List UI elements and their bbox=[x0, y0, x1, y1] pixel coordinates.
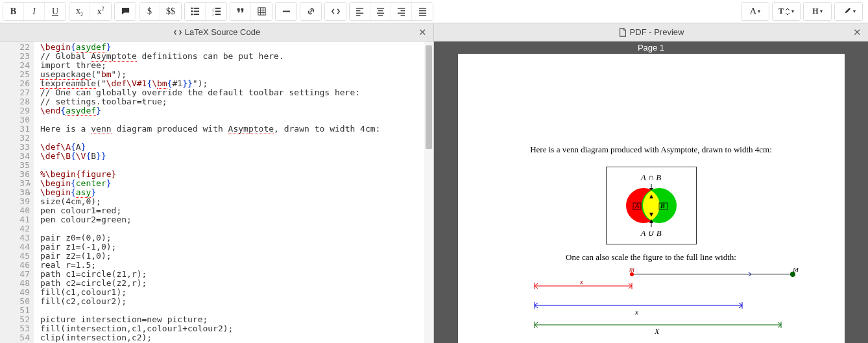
line-gutter: 22232425262728293031323334353637▾38▾3940… bbox=[0, 41, 34, 343]
table-icon bbox=[257, 6, 267, 16]
ordered-list-button[interactable]: 123 bbox=[206, 3, 226, 20]
preview-pane: PDF - Preview ✕ Page 1 Here is a venn di… bbox=[434, 23, 868, 343]
align-center-icon bbox=[376, 6, 385, 16]
bold-button[interactable]: B bbox=[3, 3, 24, 20]
link-button[interactable] bbox=[300, 3, 321, 20]
source-pane: LaTeX Source Code ✕ 22232425262728293031… bbox=[0, 23, 434, 343]
inline-math-button[interactable]: $ bbox=[139, 3, 160, 20]
preview-pane-title: PDF - Preview bbox=[630, 27, 684, 37]
pdf-viewer[interactable]: Page 1 Here is a venn diagram produced w… bbox=[434, 41, 868, 343]
quote-button[interactable] bbox=[230, 3, 251, 20]
code-icon bbox=[173, 28, 182, 37]
svg-rect-11 bbox=[215, 14, 220, 15]
svg-text:x: x bbox=[579, 278, 583, 285]
align-right-button[interactable] bbox=[391, 3, 412, 20]
svg-rect-1 bbox=[194, 8, 199, 9]
svg-rect-3 bbox=[194, 11, 199, 12]
svg-point-2 bbox=[191, 10, 193, 12]
venn-bottom-label: A ∪ B bbox=[607, 228, 696, 239]
text-size-button[interactable]: T▾ bbox=[773, 3, 800, 20]
svg-text:M: M bbox=[792, 268, 799, 273]
pdf-icon bbox=[618, 28, 627, 37]
link-icon bbox=[306, 6, 316, 16]
font-family-button[interactable]: A▾ bbox=[741, 3, 769, 20]
pdf-page: Here is a venn diagram produced with Asy… bbox=[458, 54, 845, 343]
code-icon bbox=[331, 6, 341, 16]
pdf-text-1: Here is a venn diagram produced with Asy… bbox=[481, 145, 822, 155]
venn-figure: A ∩ B A B bbox=[606, 167, 697, 244]
format-toolbar: B I U x2 x2 $ $$ 123 bbox=[0, 0, 868, 23]
source-pane-title: LaTeX Source Code bbox=[185, 27, 260, 37]
svg-point-0 bbox=[191, 7, 193, 9]
svg-text:x: x bbox=[634, 308, 638, 316]
svg-rect-7 bbox=[215, 8, 220, 9]
svg-rect-9 bbox=[215, 11, 220, 12]
close-source-pane[interactable]: ✕ bbox=[418, 27, 427, 38]
source-pane-header: LaTeX Source Code ✕ bbox=[0, 23, 433, 41]
svg-text:3: 3 bbox=[211, 13, 213, 16]
brush-icon bbox=[842, 6, 852, 16]
unordered-list-button[interactable] bbox=[185, 3, 206, 20]
svg-text:X: X bbox=[654, 327, 660, 336]
quote-icon bbox=[235, 6, 245, 16]
code-editor[interactable]: 22232425262728293031323334353637▾38▾3940… bbox=[0, 41, 433, 343]
svg-rect-5 bbox=[194, 14, 199, 15]
align-left-button[interactable] bbox=[350, 3, 370, 20]
align-center-button[interactable] bbox=[370, 3, 391, 20]
ol-icon: 123 bbox=[211, 6, 221, 16]
ul-icon bbox=[190, 6, 200, 16]
comment-icon bbox=[121, 6, 130, 16]
svg-text:B: B bbox=[660, 202, 665, 209]
svg-point-4 bbox=[191, 14, 193, 16]
superscript-button[interactable]: x2 bbox=[90, 3, 111, 20]
svg-text:A: A bbox=[634, 202, 640, 209]
line-diagram-svg: m M x bbox=[502, 268, 801, 339]
editor-scrollbar[interactable] bbox=[424, 41, 433, 343]
pdf-text-2: One can also scale the figure to the ful… bbox=[481, 252, 822, 263]
align-right-icon bbox=[396, 6, 406, 16]
underline-button[interactable]: U bbox=[45, 3, 66, 20]
comment-button[interactable] bbox=[115, 3, 136, 20]
venn-svg: A B bbox=[619, 184, 684, 227]
italic-button[interactable]: I bbox=[24, 3, 45, 20]
subscript-button[interactable]: x2 bbox=[69, 3, 90, 20]
close-preview-pane[interactable]: ✕ bbox=[853, 27, 862, 38]
align-justify-button[interactable] bbox=[412, 3, 433, 20]
code-button[interactable] bbox=[325, 3, 346, 20]
svg-rect-12 bbox=[258, 8, 265, 15]
brush-button[interactable]: ▾ bbox=[835, 3, 862, 20]
preview-pane-header: PDF - Preview ✕ bbox=[434, 23, 868, 41]
hr-icon bbox=[282, 6, 291, 16]
align-left-icon bbox=[355, 6, 365, 16]
venn-top-label: A ∩ B bbox=[607, 172, 696, 183]
table-button[interactable] bbox=[251, 3, 272, 20]
display-math-button[interactable]: $$ bbox=[160, 3, 181, 20]
align-justify-icon bbox=[418, 6, 428, 16]
code-content[interactable]: \begin{asydef}// Global Asymptote defini… bbox=[34, 41, 433, 343]
editor-scroll-thumb[interactable] bbox=[426, 45, 432, 149]
hr-button[interactable] bbox=[276, 3, 296, 20]
page-label: Page 1 bbox=[638, 41, 664, 54]
line-diagram: m M x bbox=[502, 268, 801, 343]
heading-button[interactable]: H▾ bbox=[804, 3, 831, 20]
svg-text:m: m bbox=[629, 268, 634, 273]
